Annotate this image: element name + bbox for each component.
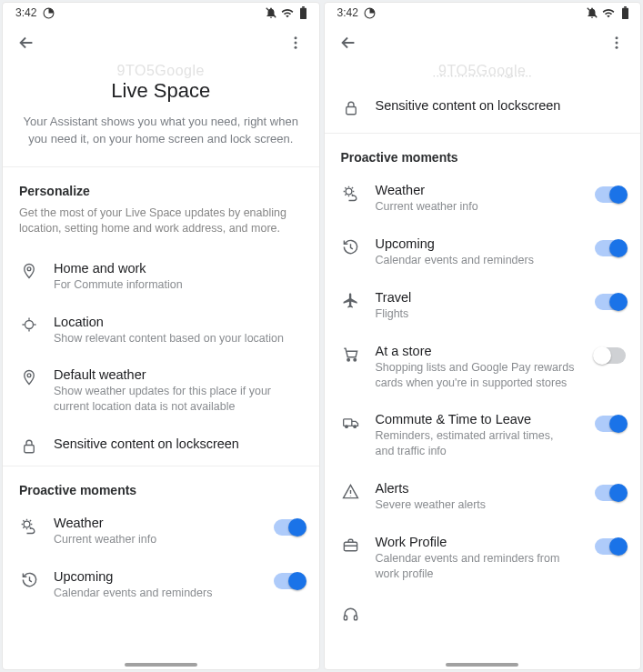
row-home-and-work[interactable]: Home and work For Commute information	[3, 250, 319, 304]
headphones-icon	[341, 606, 361, 623]
back-button[interactable]	[14, 30, 39, 55]
row-title: Upcoming	[54, 569, 254, 584]
pin-icon	[19, 369, 39, 386]
section-header-personalize: Personalize	[3, 167, 319, 206]
section-desc-personalize: Get the most of your Live Space updates …	[3, 206, 319, 250]
section-header-proactive: Proactive moments	[325, 134, 641, 172]
alert-triangle-icon	[341, 483, 361, 500]
row-default-weather[interactable]: Default weather Show weather updates for…	[3, 356, 319, 426]
svg-rect-19	[346, 107, 356, 115]
row-subtitle: Calendar events and reminders	[376, 253, 576, 268]
svg-rect-3	[302, 6, 305, 8]
weather-icon	[341, 185, 361, 203]
row-subtitle: Current weather info	[54, 532, 254, 547]
row-title: Home and work	[54, 261, 305, 276]
row-title: Travel	[376, 290, 576, 305]
svg-rect-2	[300, 8, 306, 19]
phone-left: 3:42 9TO5Google Live Space	[2, 2, 320, 670]
row-commute[interactable]: Commute & Time to Leave Reminders, estim…	[325, 401, 641, 470]
status-time: 3:42	[337, 6, 358, 19]
truncated-previous-row: ····························	[325, 63, 641, 82]
row-title: Default weather	[54, 367, 305, 382]
commute-icon	[341, 414, 361, 432]
svg-point-4	[294, 36, 296, 39]
toggle-commute[interactable]	[595, 416, 626, 432]
row-subtitle: Shopping lists and Google Pay rewards ca…	[376, 360, 576, 391]
svg-point-17	[616, 42, 618, 45]
status-bar: 3:42	[325, 3, 641, 21]
toggle-weather[interactable]	[595, 186, 626, 203]
row-alerts[interactable]: Alerts Severe weather alerts	[325, 470, 641, 524]
svg-rect-10	[25, 446, 35, 453]
toggle-upcoming[interactable]	[274, 573, 305, 589]
toggle-travel[interactable]	[595, 294, 626, 310]
history-icon	[341, 238, 361, 256]
svg-point-22	[354, 358, 357, 361]
page-subtitle: Your Assistant shows you what you need, …	[23, 114, 299, 148]
row-title: Weather	[54, 516, 254, 530]
row-work-profile[interactable]: Work Profile Calendar events and reminde…	[325, 524, 641, 593]
svg-point-20	[346, 188, 352, 195]
row-subtitle: Show relevant content based on your loca…	[54, 331, 305, 346]
back-button[interactable]	[336, 30, 361, 55]
row-weather[interactable]: Weather Current weather info	[325, 172, 641, 226]
phone-right: 3:42 9TO5Google ························…	[324, 2, 642, 670]
overflow-menu-button[interactable]	[604, 30, 629, 55]
page-title: Live Space	[23, 79, 299, 103]
row-upcoming[interactable]: Upcoming Calendar events and reminders	[325, 226, 641, 279]
pin-icon	[19, 263, 39, 279]
row-sensitive-content[interactable]: Sensitive content on lockscreen	[325, 82, 641, 133]
battery-icon	[297, 6, 310, 19]
toggle-upcoming[interactable]	[595, 240, 626, 256]
app-bar	[3, 21, 319, 63]
svg-rect-28	[354, 616, 357, 620]
row-title: Upcoming	[376, 236, 576, 251]
row-location[interactable]: Location Show relevant content based on …	[3, 304, 319, 357]
row-subtitle: For Commute information	[54, 277, 305, 293]
svg-point-11	[24, 521, 30, 527]
row-title: Alerts	[376, 481, 576, 496]
svg-point-6	[294, 46, 296, 49]
nav-pill[interactable]	[125, 663, 197, 667]
overflow-menu-button[interactable]	[283, 30, 308, 55]
toggle-work-profile[interactable]	[595, 538, 626, 555]
row-travel[interactable]: Travel Flights	[325, 279, 641, 333]
svg-point-24	[345, 426, 347, 428]
row-subtitle: Flights	[376, 306, 576, 322]
svg-point-7	[27, 267, 31, 271]
airplane-icon	[341, 292, 361, 309]
row-headphones[interactable]	[325, 593, 641, 627]
row-title: Commute & Time to Leave	[376, 412, 576, 426]
cart-icon	[341, 346, 361, 363]
svg-rect-23	[343, 419, 351, 426]
row-title: Work Profile	[376, 535, 576, 549]
toggle-at-a-store[interactable]	[595, 347, 626, 364]
row-subtitle: Calendar events and reminders from work …	[376, 551, 576, 582]
row-weather[interactable]: Weather Current weather info	[3, 505, 319, 558]
row-title: At a store	[376, 344, 576, 358]
row-subtitle: Calendar events and reminders	[54, 586, 254, 601]
location-crosshair-icon	[19, 316, 39, 333]
svg-rect-15	[624, 6, 627, 8]
svg-point-16	[616, 36, 618, 39]
pending-icon	[42, 6, 55, 19]
section-header-proactive: Proactive moments	[3, 466, 319, 505]
toggle-weather[interactable]	[274, 519, 305, 536]
row-subtitle: Current weather info	[376, 199, 576, 215]
row-title: Weather	[376, 183, 576, 197]
svg-point-9	[27, 374, 31, 377]
svg-rect-14	[622, 8, 628, 19]
history-icon	[19, 571, 39, 588]
row-subtitle: Reminders, estimated arrival times, and …	[376, 428, 576, 459]
row-upcoming[interactable]: Upcoming Calendar events and reminders	[3, 558, 319, 612]
row-title: Sensitive content on lockscreen	[376, 98, 627, 113]
svg-rect-26	[344, 542, 357, 551]
dnd-icon	[265, 6, 277, 19]
svg-rect-27	[344, 616, 347, 620]
row-sensitive-content[interactable]: Sensitive content on lockscreen	[3, 426, 319, 466]
row-at-a-store[interactable]: At a store Shopping lists and Google Pay…	[325, 333, 641, 402]
toggle-alerts[interactable]	[595, 485, 626, 501]
svg-point-18	[616, 46, 618, 49]
nav-pill[interactable]	[446, 663, 518, 667]
row-title: Location	[54, 315, 305, 329]
